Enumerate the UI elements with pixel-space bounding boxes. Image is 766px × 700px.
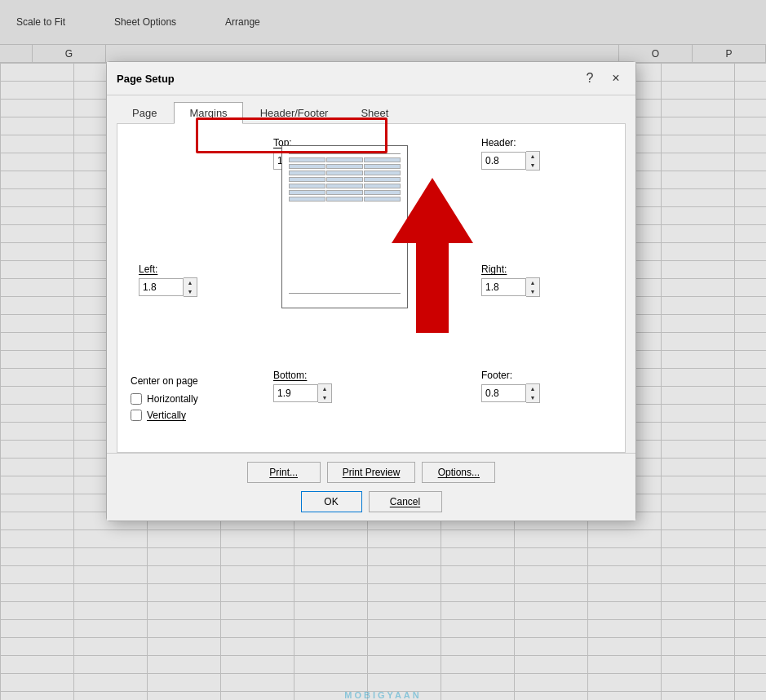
left-down-btn[interactable]: ▼ <box>184 287 197 296</box>
preview-cell <box>364 197 401 202</box>
preview-cell <box>326 171 363 175</box>
vertically-checkbox[interactable] <box>131 410 142 421</box>
horizontally-label: Horizontally <box>147 393 198 405</box>
preview-cell <box>289 164 325 169</box>
footer-spinner: ▲ ▼ <box>481 383 540 403</box>
preview-cell <box>289 157 325 162</box>
center-title: Center on page <box>131 375 198 387</box>
tab-page[interactable]: Page <box>117 102 172 123</box>
left-input[interactable] <box>139 278 184 296</box>
header-up-btn[interactable]: ▲ <box>526 152 539 161</box>
footer-row2: OK Cancel <box>117 491 626 512</box>
titlebar-actions: ? × <box>580 69 626 88</box>
horizontally-checkbox[interactable] <box>131 393 142 405</box>
left-spinner-btns: ▲ ▼ <box>184 277 197 297</box>
preview-cell <box>289 184 325 188</box>
options-button[interactable]: Options... <box>422 462 495 483</box>
preview-cell <box>364 177 401 182</box>
right-spinner-btns: ▲ ▼ <box>526 277 540 297</box>
bottom-spinner: ▲ ▼ <box>273 383 332 403</box>
footer-label: Footer: <box>481 370 512 381</box>
preview-cell <box>326 177 363 182</box>
print-preview-button[interactable]: Print Preview <box>327 462 416 483</box>
header-spinner: ▲ ▼ <box>481 151 540 171</box>
cancel-button[interactable]: Cancel <box>369 491 442 512</box>
preview-cell <box>364 157 401 162</box>
preview-row <box>289 197 401 202</box>
dialog-title: Page Setup <box>117 73 175 85</box>
bottom-margin-field: Bottom: ▲ ▼ <box>273 370 332 403</box>
vertically-label: Vertically <box>147 410 186 421</box>
preview-cell <box>326 164 363 169</box>
header-label: Header: <box>481 137 516 148</box>
preview-row <box>289 164 401 169</box>
bottom-label: Bottom: <box>273 370 307 381</box>
header-margin-field: Header: ▲ ▼ <box>481 137 540 171</box>
preview-footer-line <box>289 293 401 301</box>
preview-cell <box>364 171 401 175</box>
preview-cell <box>364 184 401 188</box>
dialog-titlebar: Page Setup ? × <box>107 62 635 95</box>
preview-cell <box>364 190 401 195</box>
close-button[interactable]: × <box>606 69 626 88</box>
preview-cell <box>289 197 325 202</box>
preview-cell <box>326 184 363 188</box>
preview-cell <box>364 164 401 169</box>
right-up-btn[interactable]: ▲ <box>526 278 539 287</box>
ok-button[interactable]: OK <box>301 491 362 512</box>
bottom-down-btn[interactable]: ▼ <box>318 393 331 402</box>
preview-cell <box>289 190 325 195</box>
preview-row <box>289 177 401 182</box>
preview-cell <box>326 157 363 162</box>
bottom-input[interactable] <box>273 384 318 402</box>
footer-spinner-btns: ▲ ▼ <box>526 383 540 403</box>
left-label: Left: <box>139 264 157 275</box>
dialog-footer: Print... Print Preview Options... OK Can… <box>107 453 635 521</box>
preview-row <box>289 190 401 195</box>
right-input[interactable] <box>481 278 526 296</box>
preview-cell <box>326 197 363 202</box>
vertically-row: Vertically <box>131 410 198 421</box>
preview-cell <box>289 177 325 182</box>
preview-cell <box>289 171 325 175</box>
page-preview <box>281 145 408 308</box>
left-spinner: ▲ ▼ <box>139 277 197 297</box>
right-margin-field: Right: ▲ ▼ <box>481 264 540 297</box>
header-spinner-btns: ▲ ▼ <box>526 151 540 171</box>
footer-down-btn[interactable]: ▼ <box>526 393 539 402</box>
right-spinner: ▲ ▼ <box>481 277 540 297</box>
help-button[interactable]: ? <box>580 69 600 88</box>
bottom-up-btn[interactable]: ▲ <box>318 384 331 393</box>
dialog-tabs: Page Margins Header/Footer Sheet <box>107 95 635 123</box>
print-button[interactable]: Print... <box>247 462 321 483</box>
tab-header-footer[interactable]: Header/Footer <box>245 102 344 123</box>
page-setup-dialog: Page Setup ? × Page Margins Header/Foote… <box>106 61 636 521</box>
right-label: Right: <box>481 264 507 275</box>
header-down-btn[interactable]: ▼ <box>526 161 539 170</box>
left-margin-field: Left: ▲ ▼ <box>139 264 197 297</box>
horizontally-row: Horizontally <box>131 393 198 405</box>
preview-grid <box>289 157 401 202</box>
tab-margins[interactable]: Margins <box>174 102 242 124</box>
preview-row <box>289 157 401 162</box>
preview-cell <box>326 190 363 195</box>
footer-margin-field: Footer: ▲ ▼ <box>481 370 540 403</box>
header-input[interactable] <box>481 152 526 170</box>
dialog-content: Top: ▲ ▼ Header: ▲ ▼ <box>117 123 626 453</box>
preview-row <box>289 184 401 188</box>
footer-row1: Print... Print Preview Options... <box>117 462 626 483</box>
left-up-btn[interactable]: ▲ <box>184 278 197 287</box>
preview-row <box>289 171 401 175</box>
footer-input[interactable] <box>481 384 526 402</box>
preview-header-line <box>289 146 401 154</box>
right-down-btn[interactable]: ▼ <box>526 287 539 296</box>
margins-layout: Top: ▲ ▼ Header: ▲ ▼ <box>131 137 612 439</box>
bottom-spinner-btns: ▲ ▼ <box>318 383 332 403</box>
tab-sheet[interactable]: Sheet <box>345 102 404 123</box>
center-on-page-section: Center on page Horizontally Vertically <box>131 375 198 426</box>
footer-up-btn[interactable]: ▲ <box>526 384 539 393</box>
